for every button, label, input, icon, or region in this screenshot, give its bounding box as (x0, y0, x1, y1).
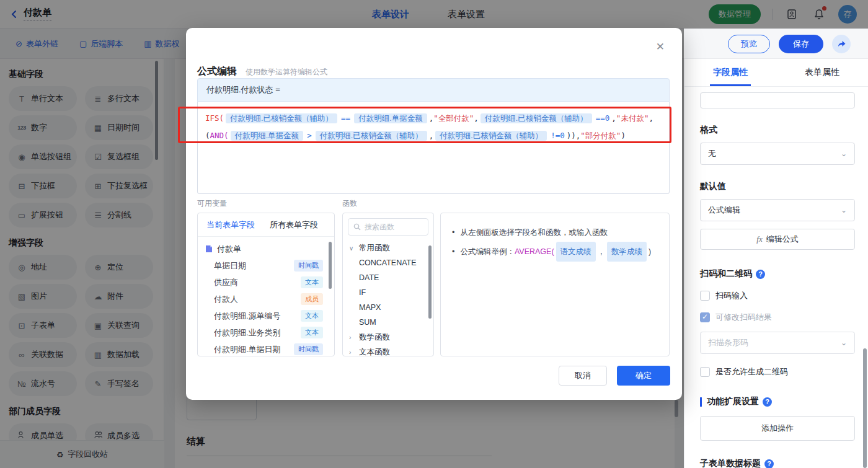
variable-item-供应商[interactable]: 供应商文本 (198, 274, 334, 291)
function-group-label: 数学函数 (359, 332, 390, 343)
formula-token: "未付款" (616, 113, 649, 123)
formula-token: > (307, 131, 312, 140)
chevron-down-icon: ⌄ (841, 206, 847, 214)
variable-item-付款人[interactable]: 付款人成员 (198, 291, 334, 307)
tab-all-form-fields[interactable]: 所有表单字段 (270, 219, 318, 231)
function-item-SUM[interactable]: SUM (343, 315, 433, 330)
help-icon[interactable] (756, 270, 765, 279)
formula-line: IFS(付款明细.已核销金额（辅助）==付款明细.单据金额,"全部付款",付款明… (205, 110, 662, 127)
formula-token: , (474, 113, 479, 123)
formula-editor-modal: 公式编辑 使用数学运算符编辑公式 付款明细.付款状态 = IFS(付款明细.已核… (186, 28, 682, 400)
modify-scan-result-checkbox-row[interactable]: 可修改扫码结果 (700, 312, 855, 323)
variable-type-badge: 文本 (301, 310, 323, 322)
variable-type-badge: 文本 (301, 276, 323, 288)
formula-token: !=0 (551, 131, 565, 140)
formula-token: , (611, 113, 616, 123)
modal-title: 公式编辑 (197, 65, 237, 78)
formula-field-token: 付款明细.已核销金额（辅助） (316, 131, 427, 141)
function-item-MAPX[interactable]: MAPX (343, 300, 433, 315)
save-button[interactable]: 保存 (779, 35, 823, 53)
search-icon (353, 223, 361, 231)
edit-formula-button[interactable]: fx 编辑公式 (700, 229, 855, 250)
field-name-input[interactable] (700, 92, 855, 108)
panel-scrollbar[interactable] (863, 348, 867, 468)
format-select[interactable]: 无 ⌄ (700, 143, 855, 165)
variable-item-付款明细.源单编号[interactable]: 付款明细.源单编号文本 (198, 307, 334, 324)
scan-input-checkbox-row[interactable]: 扫码输入 (700, 290, 855, 301)
variable-name: 付款明细.单据日期 (214, 344, 294, 355)
allow-qr-checkbox-row[interactable]: 是否允许生成二维码 (700, 366, 855, 377)
checkbox-unchecked[interactable] (700, 367, 710, 377)
help-icon[interactable] (764, 459, 774, 468)
help-example-token: ， (598, 242, 606, 261)
formula-field-token: 付款明细.单据金额 (354, 113, 427, 123)
variable-root-node[interactable]: 付款单 (198, 241, 334, 257)
function-group-常用函数[interactable]: ∨常用函数 (343, 241, 433, 255)
function-item-IF[interactable]: IF (343, 285, 433, 300)
tab-form-properties[interactable]: 表单属性 (776, 59, 868, 86)
functions-label: 函数 (342, 198, 357, 209)
cancel-button[interactable]: 取消 (559, 366, 607, 386)
formula-editor-area[interactable]: IFS(付款明细.已核销金额（辅助）==付款明细.单据金额,"全部付款",付款明… (197, 102, 670, 194)
help-tip: 从左侧面板选择字段名和函数，或输入函数 (450, 223, 660, 242)
close-icon[interactable] (656, 40, 665, 53)
formula-help-panel: 从左侧面板选择字段名和函数，或输入函数 公式编辑举例：AVERAGE(语文成绩，… (440, 213, 670, 356)
functions-panel: 搜索函数 ∨常用函数CONCATENATEDATEIFMAPXSUM›数学函数›… (342, 213, 434, 356)
checkbox-checked[interactable] (700, 312, 710, 322)
variable-type-badge: 文本 (301, 327, 323, 338)
default-value-label: 默认值 (700, 181, 855, 192)
formula-token: == (341, 113, 350, 123)
variable-type-badge: 时间戳 (294, 260, 323, 272)
tab-field-properties[interactable]: 字段属性 (684, 59, 776, 86)
barcode-select[interactable]: 扫描条形码 ⌄ (700, 332, 855, 354)
formula-token: , (429, 131, 434, 140)
variables-panel: 当前表单字段 所有表单字段 付款单单据日期时间戳供应商文本付款人成员付款明细.源… (197, 213, 335, 356)
function-item-CONCATENATE[interactable]: CONCATENATE (343, 255, 433, 270)
modal-subtitle: 使用数学运算符编辑公式 (246, 67, 327, 77)
preview-button[interactable]: 预览 (728, 35, 770, 53)
formula-token: , (649, 113, 653, 123)
tab-current-form-fields[interactable]: 当前表单字段 (206, 219, 255, 231)
variables-tabs: 当前表单字段 所有表单字段 (198, 213, 334, 237)
variable-root-label: 付款单 (217, 244, 241, 255)
properties-panel: 字段属性 表单属性 格式 无 ⌄ 默认值 公式编辑 ⌄ fx 编辑公式 扫码和二… (684, 59, 868, 468)
share-button[interactable] (832, 35, 851, 53)
help-icon[interactable] (763, 397, 772, 407)
document-icon (205, 245, 213, 253)
variables-scrollbar[interactable] (329, 242, 332, 289)
add-action-button[interactable]: 添加操作 (700, 416, 855, 441)
extension-settings-section: 功能扩展设置 (700, 396, 855, 407)
fx-icon: fx (756, 234, 762, 244)
variable-name: 供应商 (214, 277, 301, 288)
variable-item-付款明细.业务类别[interactable]: 付款明细.业务类别文本 (198, 324, 334, 341)
panel-body: 格式 无 ⌄ 默认值 公式编辑 ⌄ fx 编辑公式 扫码和二维码 扫码输入 (700, 87, 855, 468)
function-item-DATE[interactable]: DATE (343, 270, 433, 285)
caret-icon: › (349, 334, 355, 341)
variable-item-单据日期[interactable]: 单据日期时间戳 (198, 257, 334, 274)
share-arrow-icon (837, 39, 846, 48)
formula-token: "部分付款" (580, 131, 621, 140)
confirm-button[interactable]: 确定 (617, 366, 670, 386)
subform-data-title-section: 子表单数据标题 (700, 458, 855, 468)
function-group-文本函数[interactable]: ›文本函数 (343, 345, 433, 356)
variable-item-付款明细.单据日期[interactable]: 付款明细.单据日期时间戳 (198, 341, 334, 356)
formula-token: )) (567, 131, 576, 140)
variable-type-badge: 时间戳 (294, 343, 323, 355)
function-search-input[interactable]: 搜索函数 (348, 218, 428, 236)
formula-line: (AND(付款明细.单据金额>付款明细.已核销金额（辅助）,付款明细.已核销金额… (205, 127, 662, 144)
variables-label: 可用变量 (197, 198, 227, 209)
default-value-select[interactable]: 公式编辑 ⌄ (700, 199, 855, 221)
function-group-label: 文本函数 (359, 347, 390, 357)
variable-name: 付款人 (214, 294, 301, 305)
help-example-token: ) (649, 242, 651, 261)
functions-scrollbar[interactable] (428, 245, 432, 319)
checkbox-unchecked[interactable] (700, 291, 710, 301)
formula-field-token: 付款明细.单据金额 (231, 131, 303, 141)
modal-overlay (0, 0, 868, 29)
help-example-token: 公式编辑举例： (460, 242, 515, 261)
app-root: 付款单 表单设计 表单设置 数据管理 存 ⊘表单外链▢后端脚本▥数据权 预览 保… (0, 0, 868, 468)
help-example-token: 数学成绩 (607, 242, 647, 262)
function-group-数学函数[interactable]: ›数学函数 (343, 330, 433, 345)
caret-icon: › (349, 349, 355, 356)
formula-token: ( (205, 131, 210, 140)
